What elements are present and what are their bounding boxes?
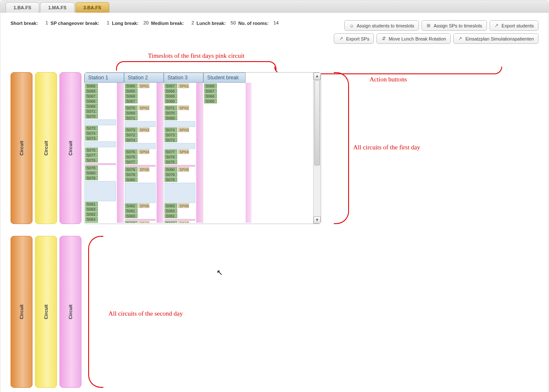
student-cell[interactable]: S070 bbox=[165, 111, 177, 115]
student-cell[interactable]: S084 bbox=[85, 217, 98, 222]
circuit-yellow[interactable]: Circuit bbox=[35, 72, 57, 224]
student-cell[interactable]: S065 bbox=[165, 94, 177, 98]
sp-cell[interactable]: SP06 bbox=[178, 203, 189, 208]
student-cell[interactable]: S080 bbox=[165, 167, 177, 172]
circuit-orange[interactable]: Circuit bbox=[11, 236, 32, 388]
assign-students-button[interactable]: ☺Assign students to timeslots bbox=[344, 20, 419, 31]
sp-cell[interactable]: SP07 bbox=[178, 221, 189, 223]
student-cell[interactable]: S085 bbox=[125, 221, 138, 223]
scroll-thumb[interactable] bbox=[314, 80, 320, 165]
col-header-station2[interactable]: Station 2 bbox=[124, 73, 164, 83]
student-cell[interactable]: S086 bbox=[165, 221, 177, 223]
tab-1mafs[interactable]: 1.MA.FS bbox=[40, 2, 74, 13]
student-cell[interactable]: S072 bbox=[165, 138, 177, 142]
tab-3bafs[interactable]: 3.BA.FS bbox=[76, 2, 109, 13]
student-cell[interactable]: S078 bbox=[125, 172, 138, 177]
student-cell[interactable]: S065 bbox=[125, 89, 138, 93]
student-cell[interactable]: S068 bbox=[204, 84, 217, 88]
student-cell[interactable]: S065 bbox=[85, 84, 98, 88]
scroll-down-icon[interactable]: ▼ bbox=[314, 216, 321, 224]
student-cell[interactable]: S081 bbox=[125, 208, 138, 213]
student-cell[interactable]: S082 bbox=[125, 203, 138, 208]
student-cell[interactable]: S077 bbox=[125, 160, 138, 164]
student-cell[interactable]: S074 bbox=[85, 131, 98, 135]
circuit-yellow[interactable]: Circuit bbox=[35, 236, 57, 388]
sp-cell[interactable]: SP04 bbox=[138, 149, 149, 154]
student-cell[interactable]: S086 bbox=[85, 222, 98, 223]
student-cell[interactable]: S083 bbox=[165, 203, 177, 208]
student-cell[interactable]: S072 bbox=[125, 132, 138, 137]
sp-cell[interactable]: SP06 bbox=[138, 203, 149, 208]
student-cell[interactable]: S079 bbox=[165, 172, 177, 177]
student-cell[interactable]: S073 bbox=[85, 126, 98, 130]
circuit-pink[interactable]: Circuit bbox=[59, 236, 81, 388]
assign-sps-button[interactable]: ⊞Assign SPs to timeslots bbox=[422, 20, 487, 31]
col-header-station3[interactable]: Station 3 bbox=[164, 73, 203, 83]
sp-cell[interactable]: SP02 bbox=[138, 105, 149, 110]
sp-cell[interactable]: SP01 bbox=[138, 84, 149, 88]
student-cell[interactable]: S067 bbox=[125, 99, 138, 103]
sp-cell[interactable]: SP05 bbox=[138, 167, 149, 172]
student-cell[interactable]: S066 bbox=[204, 94, 217, 98]
student-cell[interactable]: S071 bbox=[165, 105, 177, 110]
student-cell[interactable]: S081 bbox=[85, 202, 98, 206]
student-cell[interactable]: S073 bbox=[165, 132, 177, 137]
student-cell[interactable]: S079 bbox=[125, 167, 138, 172]
circuit-pink[interactable]: Circuit bbox=[59, 72, 81, 224]
student-cell[interactable]: S068 bbox=[85, 89, 98, 93]
student-cell[interactable]: S066 bbox=[165, 89, 177, 93]
scroll-up-icon[interactable]: ▲ bbox=[314, 73, 321, 80]
student-cell[interactable]: S066 bbox=[125, 84, 138, 88]
export-sps-button[interactable]: ↗Export SPs bbox=[334, 33, 374, 44]
student-cell[interactable]: S077 bbox=[85, 153, 98, 157]
student-cell[interactable]: S077 bbox=[165, 149, 177, 154]
student-cell[interactable]: S081 bbox=[165, 214, 177, 218]
student-cell[interactable]: S074 bbox=[165, 127, 177, 132]
student-cell[interactable]: S078 bbox=[85, 165, 98, 170]
einsatzplan-button[interactable]: ↗Einsatzplan Simulationspatienten bbox=[453, 33, 538, 44]
student-cell[interactable]: S065 bbox=[204, 99, 217, 103]
sp-cell[interactable]: SP04 bbox=[178, 149, 189, 154]
sp-cell[interactable]: SP03 bbox=[138, 127, 149, 132]
student-cell[interactable]: S075 bbox=[125, 154, 138, 159]
student-cell[interactable]: S075 bbox=[85, 148, 98, 152]
sp-cell[interactable]: SP03 bbox=[178, 127, 189, 132]
student-cell[interactable]: S070 bbox=[125, 105, 138, 110]
student-cell[interactable]: S074 bbox=[125, 138, 138, 142]
col-header-break[interactable]: Student break bbox=[203, 73, 246, 83]
student-cell[interactable]: S067 bbox=[165, 84, 177, 88]
student-cell[interactable]: S078 bbox=[165, 177, 177, 182]
student-cell[interactable]: S076 bbox=[165, 154, 177, 159]
student-cell[interactable]: S069 bbox=[85, 104, 98, 108]
student-cell[interactable]: S068 bbox=[125, 94, 138, 98]
tab-1bafs[interactable]: 1.BA.FS bbox=[5, 2, 39, 13]
export-students-button[interactable]: ↗Export students bbox=[490, 20, 538, 31]
sp-cell[interactable]: SP01 bbox=[178, 84, 189, 88]
student-cell[interactable]: S068 bbox=[165, 99, 177, 103]
student-cell[interactable]: S083 bbox=[165, 208, 177, 213]
sp-cell[interactable]: SP05 bbox=[178, 167, 189, 172]
student-cell[interactable]: S066 bbox=[85, 99, 98, 103]
student-cell[interactable]: S080 bbox=[125, 177, 138, 182]
student-cell[interactable]: S083 bbox=[85, 207, 98, 211]
panel-scroll-area[interactable]: Station 1 Station 2 Station 3 Student br… bbox=[84, 73, 313, 224]
student-cell[interactable]: S070 bbox=[85, 114, 98, 119]
sp-cell[interactable]: SP02 bbox=[178, 105, 189, 110]
student-cell[interactable]: S079 bbox=[85, 176, 98, 180]
sp-cell[interactable]: SP07 bbox=[138, 221, 149, 223]
student-cell[interactable]: S083 bbox=[125, 214, 138, 218]
student-cell[interactable]: S082 bbox=[85, 212, 98, 216]
student-cell[interactable]: S071 bbox=[125, 116, 138, 120]
student-cell[interactable]: S080 bbox=[85, 170, 98, 175]
student-cell[interactable]: S075 bbox=[165, 160, 177, 164]
vertical-scrollbar[interactable]: ▲ ▼ bbox=[313, 73, 321, 224]
student-cell[interactable]: S073 bbox=[125, 127, 138, 132]
student-cell[interactable]: S076 bbox=[125, 149, 138, 154]
student-cell[interactable]: S067 bbox=[204, 89, 217, 93]
student-cell[interactable]: S069 bbox=[125, 111, 138, 115]
student-cell[interactable]: S076 bbox=[85, 158, 98, 162]
student-cell[interactable]: S069 bbox=[165, 116, 177, 120]
col-header-station1[interactable]: Station 1 bbox=[84, 73, 124, 83]
student-cell[interactable]: S073 bbox=[85, 136, 98, 141]
circuit-orange[interactable]: Circuit bbox=[11, 72, 32, 224]
